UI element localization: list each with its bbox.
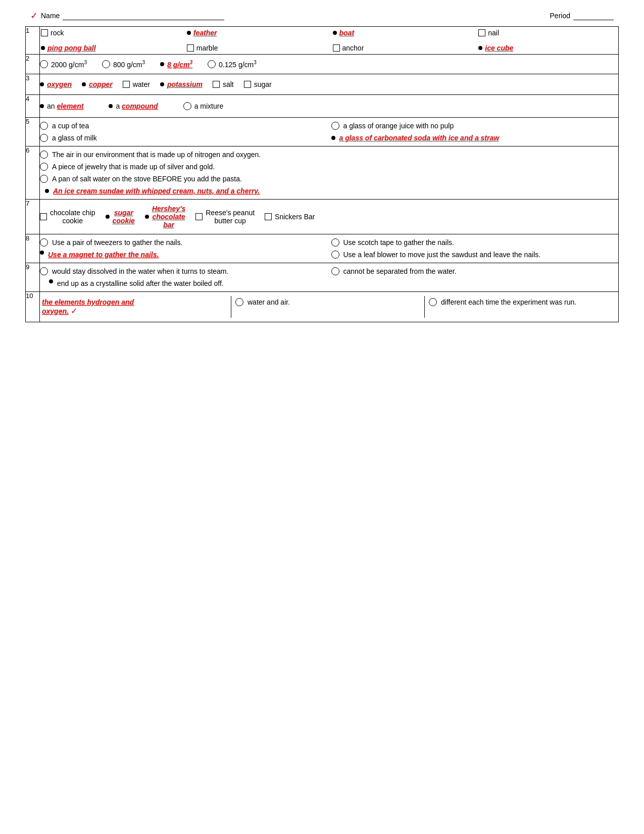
checkbox-reeses[interactable] bbox=[195, 213, 203, 220]
list-item: an element bbox=[40, 102, 83, 110]
item-label: Use scotch tape to gather the nails. bbox=[343, 238, 454, 247]
item-label: anchor bbox=[342, 44, 364, 52]
row10-options: the elements hydrogen andoxygen. ✓ water… bbox=[40, 292, 618, 322]
checkbox-nail[interactable] bbox=[478, 29, 485, 36]
radio-waterair[interactable] bbox=[235, 298, 243, 306]
radio-saltpan[interactable] bbox=[40, 175, 48, 183]
item-label: 800 g/cm3 bbox=[113, 60, 145, 69]
radio-leafblower[interactable] bbox=[331, 251, 339, 259]
row-8-content: Use a pair of tweezers to gather the nai… bbox=[40, 234, 619, 263]
row-3-content: oxygen copper water potassium bbox=[40, 74, 619, 94]
radio-air[interactable] bbox=[40, 151, 48, 159]
item-label: A piece of jewelry that is made up of si… bbox=[52, 163, 215, 171]
row-6-content: The air in our environment that is made … bbox=[40, 146, 619, 199]
item-label: rock bbox=[51, 29, 64, 37]
list-item: A piece of jewelry that is made up of si… bbox=[40, 163, 618, 171]
list-item: sugar bbox=[244, 80, 272, 88]
list-item: chocolate chipcookie bbox=[40, 209, 95, 225]
row-number-5: 5 bbox=[26, 117, 40, 146]
row4-options: an element a compound a mixture bbox=[40, 95, 618, 117]
bullet-sugarcookie bbox=[106, 215, 110, 219]
item-label: would stay dissolved in the water when i… bbox=[52, 267, 228, 275]
list-item: marble bbox=[186, 42, 327, 54]
bullet-soda bbox=[331, 136, 335, 140]
list-item: water bbox=[123, 80, 150, 88]
checkbox-snickers[interactable] bbox=[265, 213, 272, 220]
item-label: a glass of milk bbox=[52, 134, 97, 142]
item-label: ping pong ball bbox=[47, 44, 96, 52]
row-number-2: 2 bbox=[26, 55, 40, 74]
checkbox-chocchip[interactable] bbox=[40, 213, 47, 220]
list-item: sugarcookie bbox=[106, 209, 135, 225]
list-item: 2000 g/cm3 bbox=[40, 60, 87, 69]
item-label: the elements hydrogen andoxygen. ✓ bbox=[42, 298, 134, 316]
table-row: 2 2000 g/cm3 800 g/cm3 8 g/cm3 bbox=[26, 55, 619, 74]
bullet-element bbox=[40, 104, 44, 108]
radio-dissolved[interactable] bbox=[40, 267, 48, 275]
list-item: a mixture bbox=[183, 102, 224, 110]
item-label: 2000 g/cm3 bbox=[51, 60, 87, 69]
checkbox-water[interactable] bbox=[123, 81, 130, 88]
radio-jewelry[interactable] bbox=[40, 163, 48, 171]
checkbox-salt[interactable] bbox=[213, 81, 220, 88]
item-label: a glass of orange juice with no pulp bbox=[343, 122, 454, 130]
bullet-icecube bbox=[478, 46, 482, 50]
radio-800[interactable] bbox=[102, 60, 110, 68]
period-field[interactable] bbox=[573, 11, 614, 20]
row9-options: would stay dissolved in the water when i… bbox=[40, 263, 618, 291]
name-field[interactable] bbox=[63, 11, 224, 20]
item-label: 0.125 g/cm3 bbox=[219, 60, 257, 69]
item-label: A pan of salt water on the stove BEFORE … bbox=[52, 175, 242, 183]
row-number-4: 4 bbox=[26, 94, 40, 117]
table-row: 7 chocolate chipcookie sugarcookie Hersh… bbox=[26, 199, 619, 234]
radio-0125[interactable] bbox=[208, 60, 216, 68]
list-item: The air in our environment that is made … bbox=[40, 151, 618, 159]
table-row: 5 a cup of tea a glass of orange juice w… bbox=[26, 117, 619, 146]
list-item: 0.125 g/cm3 bbox=[208, 60, 257, 69]
radio-oj[interactable] bbox=[331, 122, 339, 130]
list-item: feather bbox=[186, 27, 327, 39]
checkbox-marble[interactable] bbox=[187, 44, 194, 52]
radio-separated[interactable] bbox=[331, 267, 339, 275]
item-label: Hershey'schocolatebar bbox=[152, 205, 185, 229]
radio-mixture[interactable] bbox=[183, 102, 191, 110]
item-label: a cup of tea bbox=[52, 122, 89, 130]
item-label: Reese's peanutbutter cup bbox=[206, 209, 255, 225]
bullet-copper bbox=[82, 82, 86, 86]
row5-options: a cup of tea a glass of orange juice wit… bbox=[40, 118, 618, 146]
list-item: rock bbox=[40, 27, 181, 39]
list-item: cannot be separated from the water. bbox=[331, 267, 619, 275]
item-label: marble bbox=[196, 44, 218, 52]
table-row: 4 an element a compound a mixture bbox=[26, 94, 619, 117]
list-item: water and air. bbox=[233, 296, 425, 318]
checkmark-icon: ✓ bbox=[30, 10, 38, 21]
table-row: 6 The air in our environment that is mad… bbox=[26, 146, 619, 199]
list-item: boat bbox=[332, 27, 473, 39]
checkbox-anchor[interactable] bbox=[333, 44, 340, 52]
radio-2000[interactable] bbox=[40, 60, 48, 68]
name-label: Name bbox=[41, 12, 60, 20]
list-item: Use a pair of tweezers to gather the nai… bbox=[40, 238, 327, 247]
bullet-crystalline bbox=[49, 279, 53, 283]
list-item: copper bbox=[82, 80, 113, 88]
radio-tape[interactable] bbox=[331, 238, 339, 247]
radio-tea[interactable] bbox=[40, 122, 48, 130]
row-number-9: 9 bbox=[26, 263, 40, 291]
row-4-content: an element a compound a mixture bbox=[40, 94, 619, 117]
radio-tweezers[interactable] bbox=[40, 238, 48, 247]
table-row: 1 rock feather boat bbox=[26, 27, 619, 55]
row-5-content: a cup of tea a glass of orange juice wit… bbox=[40, 117, 619, 146]
radio-different[interactable] bbox=[429, 298, 437, 306]
radio-milk[interactable] bbox=[40, 134, 48, 142]
checkbox-rock[interactable] bbox=[41, 29, 48, 36]
item-label: different each time the experiment was r… bbox=[441, 298, 576, 306]
item-label: salt bbox=[223, 80, 234, 88]
list-item: Use a leaf blower to move just the sawdu… bbox=[331, 251, 619, 259]
bullet-feather bbox=[187, 31, 191, 35]
item-label: boat bbox=[339, 29, 355, 37]
item-label: ice cube bbox=[485, 44, 513, 52]
list-item: A pan of salt water on the stove BEFORE … bbox=[40, 175, 618, 183]
bullet-compound bbox=[109, 104, 113, 108]
main-table: 1 rock feather boat bbox=[25, 26, 619, 322]
checkbox-sugar[interactable] bbox=[244, 81, 251, 88]
